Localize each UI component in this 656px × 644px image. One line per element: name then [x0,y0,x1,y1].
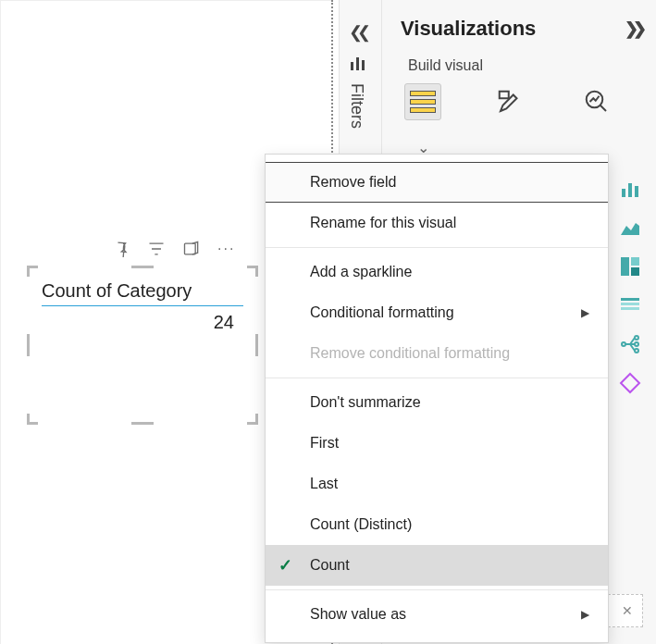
svg-point-15 [635,349,638,353]
menu-item[interactable]: Don't summarize [266,382,608,423]
menu-separator [266,247,608,248]
menu-item: Remove conditional formatting [266,333,608,374]
svg-rect-3 [622,189,625,197]
menu-item-label: Count (Distinct) [310,516,412,533]
menu-item-label: First [310,435,339,452]
checkmark-icon: ✓ [278,555,292,576]
filters-glyph-icon [351,57,367,73]
column-chart-icon[interactable] [619,178,641,200]
menu-item[interactable]: Add a sparkline [266,252,608,292]
expand-filters-icon[interactable]: ❮❮ [349,22,365,43]
remove-field-icon[interactable]: ✕ [622,603,633,618]
menu-item[interactable]: Count (Distinct) [266,504,608,545]
svg-rect-10 [621,303,639,305]
submenu-arrow-icon: ▶ [581,608,589,621]
svg-point-12 [622,342,625,346]
menu-item[interactable]: Show value as▶ [266,594,608,635]
table-visual-icon [410,91,436,113]
resize-handle-t[interactable] [131,266,154,268]
visualizations-title: Visualizations [401,17,536,41]
treemap-icon[interactable] [619,255,641,278]
menu-item-label: Last [310,476,338,492]
menu-item[interactable]: Last [266,464,608,504]
area-chart-icon[interactable] [619,217,641,239]
menu-item[interactable]: Remove field [266,162,608,203]
resize-handle-bl[interactable] [27,414,38,425]
decomposition-tree-icon[interactable] [619,333,641,355]
menu-item-label: Remove conditional formatting [310,345,510,362]
svg-point-13 [635,336,638,340]
svg-point-14 [635,342,638,346]
svg-rect-5 [635,186,638,197]
svg-rect-0 [185,243,196,254]
resize-handle-b[interactable] [131,422,154,425]
menu-separator [266,378,608,378]
visualizations-header: Visualizations ❯❯ [382,0,656,41]
build-visual-tab[interactable] [404,83,441,120]
svg-rect-6 [621,257,629,276]
svg-rect-1 [500,92,509,99]
visual-toolbar: ··· [112,240,235,258]
resize-handle-br[interactable] [247,414,258,425]
menu-item[interactable]: ✓Count [266,545,608,586]
menu-item-label: Conditional formatting [310,304,454,321]
menu-separator [266,589,608,590]
svg-rect-7 [631,257,639,266]
menu-item[interactable]: First [266,423,608,464]
focus-mode-icon[interactable] [182,240,201,258]
more-options-icon[interactable]: ··· [217,241,235,257]
card-value: 24 [32,306,253,333]
table-icon[interactable] [619,294,641,316]
menu-item-label: Add a sparkline [310,264,412,280]
analytics-tab[interactable] [578,83,615,120]
submenu-arrow-icon: ▶ [581,306,589,319]
menu-item[interactable]: Rename for this visual [266,203,608,243]
svg-rect-11 [621,307,639,310]
menu-item-label: Count [310,557,350,574]
build-visual-label: Build visual [382,41,656,74]
format-visual-tab[interactable] [491,83,528,120]
filter-icon[interactable] [147,240,166,258]
card-title: Count of Category [32,271,253,305]
resize-handle-l[interactable] [27,334,30,356]
menu-item[interactable]: Conditional formatting▶ [266,292,608,333]
visual-gallery-strip [619,178,645,394]
card-visual[interactable]: Count of Category 24 [32,271,253,419]
resize-handle-tl[interactable] [27,266,38,277]
filters-pane-label: Filters [347,83,366,129]
field-context-menu: Remove fieldRename for this visualAdd a … [265,154,609,643]
menu-item-label: Remove field [310,174,396,191]
svg-rect-4 [628,183,632,197]
svg-rect-9 [621,298,639,301]
diamond-icon[interactable] [619,372,641,394]
resize-handle-tr[interactable] [247,266,258,277]
svg-rect-8 [631,267,639,276]
resize-handle-r[interactable] [255,334,258,356]
menu-item-label: Show value as [310,606,406,623]
pin-icon[interactable] [112,240,130,258]
menu-item-label: Rename for this visual [310,215,456,231]
menu-item-label: Don't summarize [310,394,421,411]
collapse-visualizations-icon[interactable]: ❯❯ [625,19,641,39]
